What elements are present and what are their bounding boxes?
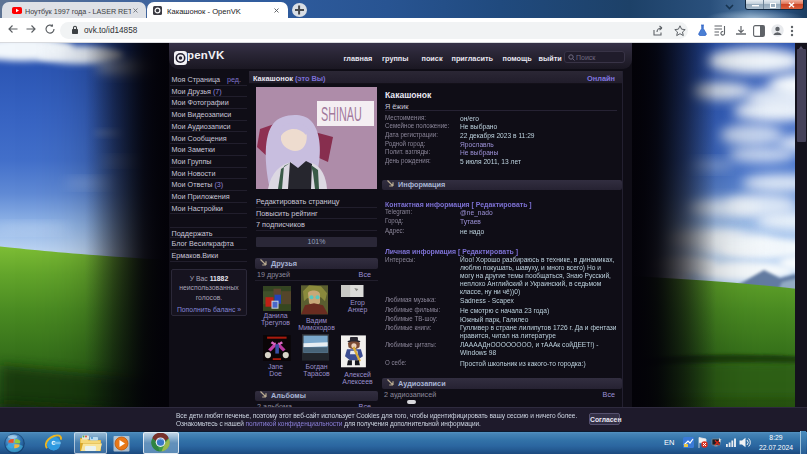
svg-text:SHINAU: SHINAU	[321, 102, 362, 126]
